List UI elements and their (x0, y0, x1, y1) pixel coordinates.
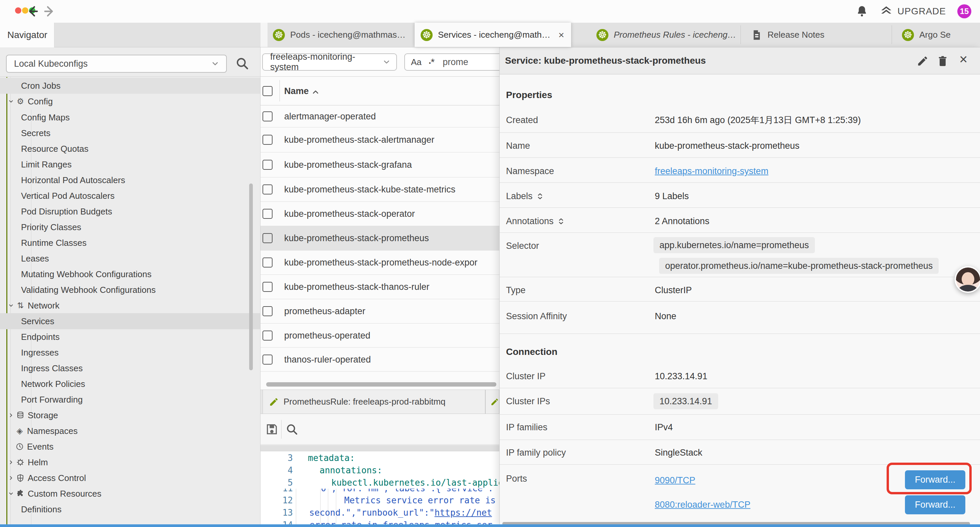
edit-pencil-icon[interactable] (916, 55, 929, 67)
row-checkbox[interactable] (262, 331, 272, 341)
runbook-url-link[interactable]: https://net (434, 508, 492, 517)
sidebar-item-network-policies[interactable]: Network Policies (0, 376, 261, 392)
row-checkbox[interactable] (262, 160, 272, 170)
tab-prometheus-rules[interactable]: ☸ Prometheus Rules - icecheng… (571, 23, 740, 47)
sidebar-item-horizontal-pod-autoscalers[interactable]: Horizontal Pod Autoscalers (0, 172, 261, 188)
detail-title: Service: kube-prometheus-stack-prometheu… (505, 56, 706, 66)
forward-button[interactable]: Forward... (905, 495, 965, 514)
save-icon[interactable] (265, 423, 278, 436)
sidebar-group-access-control[interactable]: Access Control (0, 470, 261, 486)
ip-families-label: IP families (506, 422, 547, 433)
search-input[interactable] (442, 57, 493, 68)
close-window-button[interactable] (15, 7, 21, 14)
back-arrow-icon[interactable] (26, 5, 39, 18)
row-checkbox[interactable] (262, 355, 272, 365)
sidebar-item-events[interactable]: Events (0, 439, 261, 455)
sidebar-item-cron-jobs[interactable]: Cron Jobs (0, 78, 261, 94)
select-all-checkbox[interactable] (262, 86, 272, 96)
sidebar-item-config-maps[interactable]: Config Maps (0, 110, 261, 126)
row-checkbox[interactable] (262, 185, 272, 194)
row-checkbox[interactable] (262, 258, 272, 267)
sidebar-group-helm[interactable]: Helm (0, 454, 261, 470)
port-link-9090[interactable]: 9090/TCP (655, 475, 695, 486)
row-checkbox[interactable] (262, 135, 272, 145)
dock-tab-next[interactable] (485, 390, 500, 414)
sort-ascending-icon[interactable] (311, 88, 320, 97)
sidebar-group-storage[interactable]: Storage (0, 407, 261, 423)
sidebar-item-vertical-pod-autoscalers[interactable]: Vertical Pod Autoscalers (0, 188, 261, 204)
table-row[interactable]: kube-prometheus-stack-kube-state-metrics (261, 177, 500, 202)
table-row[interactable]: prometheus-operated (261, 323, 500, 347)
table-search-box[interactable]: Aa ▪* (404, 53, 500, 71)
sort-updown-icon[interactable] (536, 192, 544, 200)
tab-pods[interactable]: ☸ Pods - icecheng@mathmas… (267, 23, 415, 47)
gear-icon: ⚙ (16, 97, 25, 106)
table-row-selected[interactable]: kube-prometheus-stack-prometheus (261, 226, 500, 250)
delete-trash-icon[interactable] (937, 55, 949, 67)
row-checkbox[interactable] (262, 233, 272, 243)
sidebar-item-runtime-classes[interactable]: Runtime Classes (0, 235, 261, 251)
row-checkbox[interactable] (262, 111, 272, 121)
namespace-select[interactable]: freeleaps-monitoring-system (262, 53, 397, 71)
editor-line: 13 second.","runbook_url":"https://net (261, 506, 500, 519)
row-checkbox[interactable] (262, 209, 272, 219)
table-row[interactable]: prometheus-adapter (261, 299, 500, 323)
sidebar-item-services[interactable]: Services (0, 313, 261, 329)
editor-search-icon[interactable] (285, 423, 299, 436)
tab-release-notes[interactable]: Release Notes (741, 23, 892, 47)
table-row[interactable]: thanos-ruler-operated (261, 347, 500, 372)
sidebar-item-leases[interactable]: Leases (0, 250, 261, 266)
sidebar-item-ingresses[interactable]: Ingresses (0, 345, 261, 361)
regex-toggle[interactable]: ▪* (429, 56, 434, 68)
table-row[interactable]: kube-prometheus-stack-grafana (261, 153, 500, 177)
annotations-label: Annotations (506, 216, 565, 226)
sidebar-group-network[interactable]: ⇅ Network (0, 298, 261, 314)
sidebar-item-limit-ranges[interactable]: Limit Ranges (0, 156, 261, 172)
sort-updown-icon[interactable] (557, 217, 565, 225)
navigator-panel-tab[interactable]: Navigator (0, 23, 54, 47)
row-checkbox[interactable] (262, 306, 272, 316)
sidebar-item-resource-quotas[interactable]: Resource Quotas (0, 141, 261, 157)
port-link-8080[interactable]: 8080:reloader-web/TCP (655, 500, 751, 510)
upgrade-button[interactable]: UPGRADE (880, 5, 946, 18)
table-row[interactable]: alertmanager-operated (261, 105, 500, 127)
table-row[interactable]: kube-prometheus-stack-operator (261, 202, 500, 226)
tab-services[interactable]: ☸ Services - icecheng@math… × (415, 23, 571, 47)
dock-tab-prometheusrule[interactable]: PrometheusRule: freeleaps-prod-rabbitmq (262, 390, 485, 414)
kubeconfig-select[interactable]: Local Kubeconfigs (6, 55, 227, 73)
sidebar-item-secrets[interactable]: Secrets (0, 125, 261, 141)
table-row[interactable]: kube-prometheus-stack-alertmanager (261, 127, 500, 153)
sidebar-item-priority-classes[interactable]: Priority Classes (0, 219, 261, 235)
sidebar-item-port-forwarding[interactable]: Port Forwarding (0, 392, 261, 408)
table-horizontal-scrollbar[interactable] (266, 382, 496, 387)
table-row[interactable]: kube-prometheus-stack-prometheus-node-ex… (261, 250, 500, 275)
editor-line: 5 kubectl.kubernetes.io/last-applied-co (261, 476, 500, 489)
sidebar-group-config[interactable]: ⚙ Config (0, 93, 261, 110)
sidebar-search-icon[interactable] (235, 56, 250, 71)
row-checkbox[interactable] (262, 282, 272, 292)
upgrade-chevrons-icon (880, 5, 893, 18)
sidebar-scrollbar[interactable] (249, 183, 253, 370)
assistant-avatar[interactable] (955, 266, 980, 293)
sidebar-item-ingress-classes[interactable]: Ingress Classes (0, 360, 261, 376)
table-row[interactable]: kube-prometheus-stack-thanos-ruler (261, 275, 500, 299)
sidebar-item-pod-disruption-budgets[interactable]: Pod Disruption Budgets (0, 204, 261, 220)
sidebar-item-validating-webhook-configurations[interactable]: Validating Webhook Configurations (0, 282, 261, 298)
sidebar-item-mutating-webhook-configurations[interactable]: Mutating Webhook Configurations (0, 266, 261, 282)
sidebar-item-endpoints[interactable]: Endpoints (0, 329, 261, 345)
forward-arrow-icon[interactable] (43, 5, 56, 18)
name-column-header[interactable]: Name (284, 86, 309, 96)
close-panel-icon[interactable]: × (959, 53, 971, 64)
yaml-editor[interactable]: 3 metadata: 4 annotations: 5 kubectl.kub… (261, 451, 500, 527)
sidebar-item-definitions[interactable]: Definitions (0, 502, 261, 517)
type-value: ClusterIP (655, 285, 692, 296)
tab-argo[interactable]: ☸ Argo Se (892, 23, 980, 47)
notifications-bell-icon[interactable] (856, 5, 868, 18)
forward-button-highlight-annotation (886, 463, 972, 494)
namespace-link[interactable]: freeleaps-monitoring-system (655, 166, 768, 177)
close-tab-icon[interactable]: × (558, 29, 565, 41)
notification-count-badge[interactable]: 15 (957, 4, 971, 18)
sidebar-group-custom-resources[interactable]: Custom Resources (0, 486, 261, 502)
match-case-toggle[interactable]: Aa (411, 57, 422, 67)
sidebar-item-namespaces[interactable]: ◈ Namespaces (0, 423, 261, 439)
